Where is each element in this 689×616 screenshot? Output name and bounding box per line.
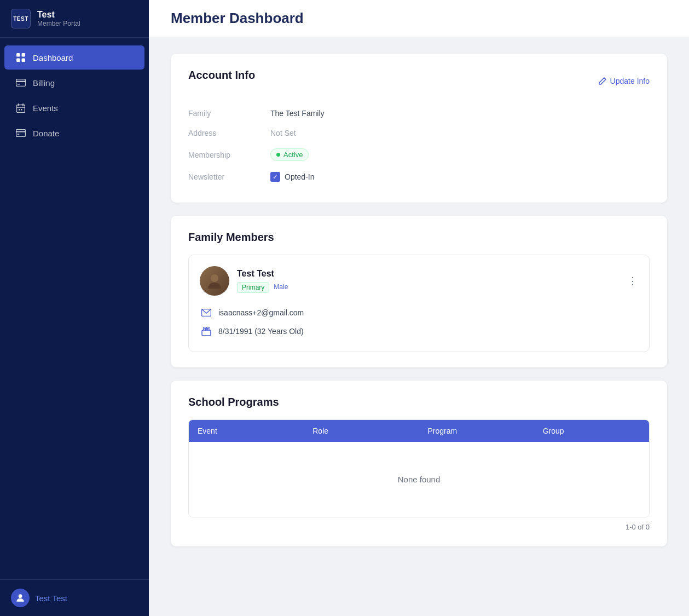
newsletter-row: Newsletter ✓ Opted-In	[188, 166, 650, 187]
svg-rect-5	[16, 81, 26, 83]
family-members-title: Family Members	[188, 231, 650, 244]
birthday-icon	[200, 325, 213, 338]
sidebar-nav: Dashboard Billing	[0, 38, 149, 579]
school-programs-title: School Programs	[188, 396, 650, 408]
school-programs-card: School Programs Event Role Program Group	[171, 381, 667, 546]
svg-point-20	[203, 327, 204, 328]
email-icon	[200, 306, 213, 319]
col-event: Event	[189, 420, 304, 442]
user-name: Test Test	[35, 594, 67, 603]
membership-status: Active	[270, 148, 309, 161]
sidebar-logo: TEST Test Member Portal	[0, 0, 149, 38]
sidebar: TEST Test Member Portal Dashboard	[0, 0, 149, 616]
svg-rect-3	[22, 59, 26, 62]
active-label: Active	[283, 151, 303, 159]
primary-badge: Primary	[237, 282, 269, 293]
svg-rect-15	[18, 134, 20, 135]
address-value: Not Set	[270, 129, 296, 137]
edit-icon	[598, 77, 607, 85]
app-name: Test	[37, 10, 80, 20]
account-info-header: Account Info Update Info	[188, 69, 650, 93]
membership-row: Membership Active	[188, 143, 650, 166]
svg-point-22	[209, 327, 210, 328]
sidebar-footer[interactable]: Test Test	[0, 579, 149, 616]
donate-icon	[15, 128, 26, 139]
col-group: Group	[534, 420, 649, 442]
svg-point-17	[211, 274, 218, 282]
update-info-label: Update Info	[610, 77, 650, 85]
dashboard-icon	[15, 52, 26, 63]
family-row: Family The Test Family	[188, 103, 650, 123]
membership-label: Membership	[188, 151, 270, 159]
user-avatar	[11, 589, 30, 607]
family-members-card: Family Members Test Test	[171, 216, 667, 367]
member-avatar	[200, 266, 229, 296]
svg-rect-4	[16, 79, 26, 87]
address-row: Address Not Set	[188, 123, 650, 143]
sidebar-item-events-label: Events	[33, 103, 58, 113]
svg-rect-12	[21, 109, 22, 111]
newsletter-checkbox: ✓ Opted-In	[270, 172, 314, 182]
newsletter-label: Newsletter	[188, 172, 270, 181]
table-pagination: 1-0 of 0	[188, 517, 650, 531]
svg-point-21	[206, 327, 207, 328]
svg-rect-2	[16, 59, 20, 62]
sidebar-item-donate-label: Donate	[33, 129, 59, 138]
email-text: isaacnass+2@gmail.com	[218, 308, 304, 317]
opted-in-text: Opted-In	[285, 172, 314, 181]
active-dot	[276, 153, 280, 157]
billing-icon	[15, 77, 26, 88]
account-info-title: Account Info	[188, 69, 255, 82]
birthday-text: 8/31/1991 (32 Years Old)	[218, 327, 304, 336]
sidebar-item-donate[interactable]: Donate	[4, 121, 144, 145]
col-role: Role	[304, 420, 419, 442]
gender-badge: Male	[274, 282, 288, 293]
sidebar-item-dashboard[interactable]: Dashboard	[4, 45, 144, 70]
account-info-card: Account Info Update Info Family The Test…	[171, 54, 667, 203]
app-subtitle: Member Portal	[37, 20, 80, 27]
main-content: Member Dashboard Account Info Update Inf…	[149, 0, 689, 616]
active-badge: Active	[270, 148, 309, 161]
sidebar-item-billing[interactable]: Billing	[4, 71, 144, 95]
member-card: Test Test Primary Male ⋮	[188, 255, 650, 352]
checkmark-icon: ✓	[273, 174, 278, 180]
sidebar-item-events[interactable]: Events	[4, 96, 144, 120]
update-info-button[interactable]: Update Info	[598, 77, 650, 85]
svg-rect-0	[16, 53, 20, 57]
family-label: Family	[188, 109, 270, 118]
events-icon	[15, 102, 26, 113]
logo-badge: TEST	[11, 9, 31, 28]
sidebar-item-dashboard-label: Dashboard	[33, 53, 73, 62]
svg-rect-11	[19, 109, 20, 111]
content-area: Account Info Update Info Family The Test…	[149, 37, 689, 563]
member-badges: Primary Male	[237, 282, 620, 293]
newsletter-value: ✓ Opted-In	[270, 172, 314, 182]
logo-text: Test Member Portal	[37, 10, 80, 27]
sidebar-item-billing-label: Billing	[33, 78, 55, 88]
svg-rect-1	[22, 53, 26, 57]
svg-point-16	[19, 594, 22, 598]
family-value: The Test Family	[270, 109, 325, 118]
member-header: Test Test Primary Male ⋮	[200, 266, 638, 296]
address-label: Address	[188, 129, 270, 137]
svg-rect-14	[16, 131, 26, 133]
member-name: Test Test	[237, 269, 620, 279]
svg-rect-6	[18, 84, 20, 85]
table-header: Event Role Program Group	[189, 420, 649, 442]
birthday-detail: 8/31/1991 (32 Years Old)	[200, 322, 638, 341]
member-info: Test Test Primary Male	[237, 269, 620, 293]
svg-rect-13	[16, 130, 26, 137]
email-detail: isaacnass+2@gmail.com	[200, 303, 638, 322]
page-title: Member Dashboard	[171, 10, 667, 27]
col-program: Program	[419, 420, 534, 442]
page-header: Member Dashboard	[149, 0, 689, 37]
table-empty-message: None found	[189, 442, 649, 517]
checkbox-box: ✓	[270, 172, 280, 182]
member-menu-button[interactable]: ⋮	[628, 276, 638, 286]
svg-rect-19	[202, 330, 211, 336]
svg-rect-7	[17, 105, 25, 112]
programs-table: Event Role Program Group None found	[188, 419, 650, 517]
avatar-image	[200, 266, 229, 296]
